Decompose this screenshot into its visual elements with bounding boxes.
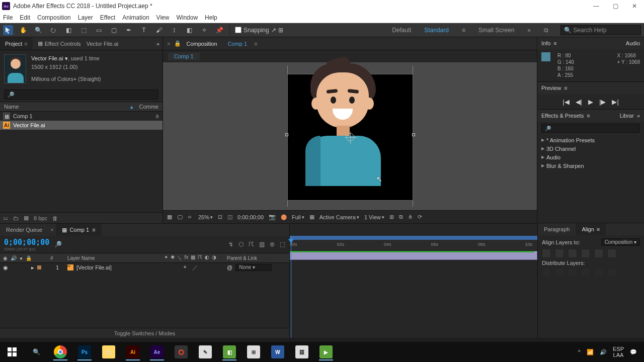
render-queue-tab[interactable]: Render Queue: [0, 224, 48, 236]
effect-controls-tab[interactable]: ▦ Effect Controls Vector File.ai: [33, 37, 124, 50]
project-tab[interactable]: Project ≡: [0, 37, 33, 50]
playhead[interactable]: [291, 236, 291, 338]
bpc-toggle[interactable]: 8 bpc: [34, 215, 47, 221]
align-right-icon[interactable]: [568, 249, 577, 258]
menu-file[interactable]: File: [3, 14, 13, 21]
preset-3dchannel[interactable]: ▶3D Channel: [539, 144, 642, 153]
tray-up-icon[interactable]: ^: [578, 349, 581, 355]
col-name[interactable]: Name: [4, 104, 130, 110]
app4-taskbar-icon[interactable]: ▶: [316, 343, 336, 360]
info-menu-icon[interactable]: ≡: [553, 40, 556, 46]
menu-animation[interactable]: Animation: [122, 14, 149, 21]
roto-tool-icon[interactable]: ✧: [199, 25, 209, 35]
timecode-display[interactable]: 0;00;00;00: [237, 214, 264, 220]
frame-blend-icon[interactable]: ⬡: [238, 241, 244, 248]
interpret-icon[interactable]: ⚏: [3, 215, 8, 221]
tray-wifi-icon[interactable]: 📶: [587, 349, 594, 355]
view-dropdown[interactable]: 1 View ▾: [364, 214, 384, 220]
paragraph-tab[interactable]: Paragraph: [538, 223, 576, 235]
align-menu-icon[interactable]: ≡: [597, 226, 600, 232]
app-taskbar-icon[interactable]: ⭕: [171, 343, 191, 360]
orbit-tool-icon[interactable]: ⭮: [48, 25, 58, 35]
transparency-grid-icon[interactable]: ▦: [309, 214, 314, 220]
tray-notifications-icon[interactable]: 💬: [630, 349, 637, 355]
next-frame-icon[interactable]: |▶: [599, 98, 606, 106]
comp-panel-menu-icon[interactable]: ≡: [254, 41, 257, 47]
parent-dropdown[interactable]: None ▾: [235, 264, 272, 271]
graph-editor-icon[interactable]: ▥: [259, 241, 265, 248]
toggle-switches[interactable]: Toggle Switches / Modes: [114, 330, 176, 336]
delete-icon[interactable]: 🗑: [52, 215, 58, 221]
effects-panel-title[interactable]: Effects & Presets: [541, 113, 584, 119]
timeline-tab-menu-icon[interactable]: ≡: [92, 227, 95, 233]
menu-edit[interactable]: Edit: [20, 14, 30, 21]
align-target-dropdown[interactable]: Composition ▾: [601, 238, 640, 246]
shy-icon[interactable]: ↯: [228, 241, 233, 248]
photoshop-taskbar-icon[interactable]: Ps: [74, 343, 95, 360]
display-icon[interactable]: 🖵: [177, 214, 183, 220]
workspace-standard[interactable]: Standard: [424, 27, 449, 34]
fast-previews-icon[interactable]: ⧉: [399, 214, 403, 220]
align-vcenter-icon[interactable]: [594, 249, 603, 258]
preview-panel-title[interactable]: Preview: [541, 85, 561, 91]
camera-dropdown[interactable]: Active Camera ▾: [319, 214, 359, 220]
audio-panel-tab[interactable]: Audio: [626, 40, 640, 46]
preset-animation[interactable]: ▶* Animation Presets: [539, 136, 642, 144]
timeline-comp-tab[interactable]: ▦ Comp 1 ≡: [56, 224, 102, 236]
workspace-switch-icon[interactable]: ⧉: [544, 27, 548, 34]
project-row-comp[interactable]: ▦Comp 1⋔: [0, 112, 163, 121]
channel-icon[interactable]: ⬤: [281, 214, 287, 220]
resolution-icon[interactable]: ⊡: [218, 214, 222, 220]
zoom-tool-icon[interactable]: 🔍: [33, 25, 43, 35]
composition-viewport[interactable]: ↖: [163, 62, 537, 210]
panbehind-tool-icon[interactable]: ▭: [94, 25, 104, 35]
timeline-layer-row[interactable]: ◉▸ 1 Ai[Vector File.ai] ✦／ @None ▾: [0, 263, 289, 272]
snapshot-icon[interactable]: 📷: [269, 214, 276, 220]
word-taskbar-icon[interactable]: W: [268, 343, 288, 360]
selection-handle-left[interactable]: [285, 133, 288, 136]
composition-viewer-tab[interactable]: Composition Comp 1 ≡: [181, 37, 262, 50]
project-row-vector[interactable]: AiVector File.ai: [0, 121, 163, 130]
app3-taskbar-icon[interactable]: ◧: [219, 343, 239, 360]
col-comment[interactable]: Comme: [133, 104, 158, 110]
align-left-icon[interactable]: [542, 249, 551, 258]
snapping-checkbox[interactable]: [235, 27, 242, 33]
pickwhip-icon[interactable]: @: [227, 264, 232, 270]
selection-handle-right[interactable]: [412, 133, 415, 136]
alpha-icon[interactable]: ▩: [167, 214, 172, 220]
hand-tool-icon[interactable]: ✋: [18, 25, 28, 35]
workspace-small[interactable]: Small Screen: [478, 27, 514, 34]
close-tab-icon[interactable]: ×: [163, 41, 174, 47]
roi-icon[interactable]: ◫: [227, 214, 232, 220]
preview-menu-icon[interactable]: ≡: [564, 85, 567, 91]
solo-col-icon[interactable]: ●: [20, 255, 23, 261]
layer-visibility-icon[interactable]: ◉: [3, 264, 8, 271]
shape-tool-icon[interactable]: ▢: [109, 25, 119, 35]
project-tab-menu-icon[interactable]: ≡: [24, 41, 27, 47]
tray-language[interactable]: ESPLAA: [613, 346, 624, 358]
rotate-tool-icon[interactable]: ◧: [63, 25, 73, 35]
preset-blur[interactable]: ▶Blur & Sharpen: [539, 161, 642, 170]
snap-ext-icon[interactable]: ↗: [271, 27, 276, 34]
menu-view[interactable]: View: [156, 14, 170, 21]
close-rq-icon[interactable]: ×: [48, 227, 55, 233]
chrome-taskbar-icon[interactable]: [50, 343, 70, 360]
timeline-sync-icon[interactable]: ⋔: [408, 214, 413, 220]
flowchart-icon[interactable]: ⋔: [155, 113, 159, 120]
puppet-tool-icon[interactable]: 📌: [214, 25, 224, 35]
workspace-default[interactable]: Default: [392, 27, 411, 34]
lock-col-icon[interactable]: 🔒: [26, 255, 32, 261]
project-overflow-icon[interactable]: »: [156, 41, 163, 47]
time-ruler[interactable]: 00s 02s 04s 06s 08s 10s: [290, 240, 537, 251]
menu-help[interactable]: Help: [205, 14, 217, 21]
eraser-tool-icon[interactable]: ◧: [184, 25, 194, 35]
maximize-button[interactable]: ▢: [612, 3, 619, 10]
canvas[interactable]: ↖: [287, 74, 413, 201]
timeline-search-icon[interactable]: 🔎: [54, 241, 62, 248]
tray-volume-icon[interactable]: 🔊: [600, 349, 607, 355]
preset-audio[interactable]: ▶Audio: [539, 153, 642, 161]
effects-overflow-icon[interactable]: »: [637, 113, 640, 119]
effects-search[interactable]: 🔎: [541, 124, 640, 133]
work-area-bar[interactable]: [290, 236, 537, 240]
align-top-icon[interactable]: [581, 249, 590, 258]
